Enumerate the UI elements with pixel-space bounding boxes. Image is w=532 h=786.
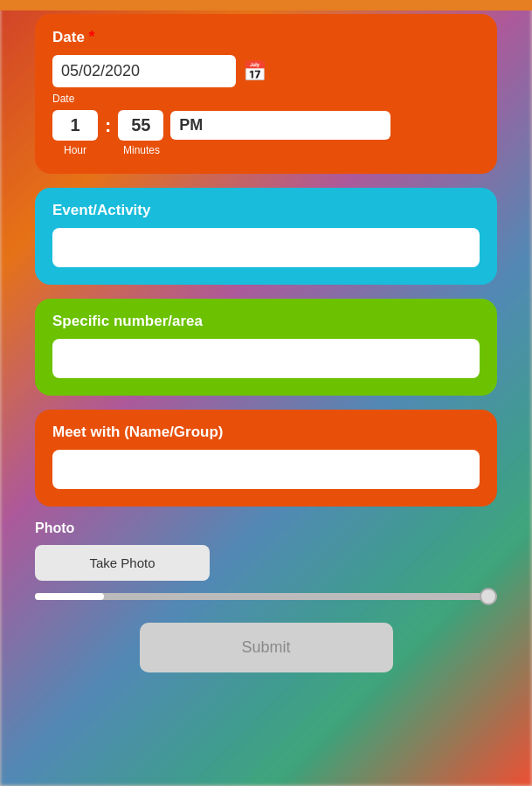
specific-card-label: Specific number/area: [52, 313, 480, 330]
page-content: Date * 📅 Date : Hour Minutes Event/Activ…: [0, 0, 532, 786]
date-card: Date * 📅 Date : Hour Minutes: [35, 14, 497, 174]
date-label-text: Date: [52, 29, 85, 45]
date-card-label: Date *: [52, 28, 480, 46]
top-strip: [0, 0, 532, 10]
time-colon: :: [105, 114, 111, 137]
minutes-label: Minutes: [119, 144, 164, 156]
hour-label: Hour: [52, 144, 98, 156]
submit-section: Submit: [35, 623, 497, 672]
progress-bar[interactable]: [35, 593, 497, 600]
ampm-input[interactable]: [170, 111, 390, 140]
calendar-icon[interactable]: 📅: [243, 60, 266, 83]
photo-label: Photo: [35, 521, 497, 536]
date-input[interactable]: [52, 55, 236, 87]
progress-thumb: [480, 588, 497, 605]
meet-card: Meet with (Name/Group): [35, 410, 497, 507]
required-star: *: [89, 28, 95, 45]
meet-input[interactable]: [52, 450, 480, 489]
time-row: :: [52, 110, 480, 141]
photo-section: Photo Take Photo: [35, 521, 497, 600]
specific-input[interactable]: [52, 339, 480, 378]
submit-button[interactable]: Submit: [140, 623, 393, 672]
time-labels: Hour Minutes: [52, 144, 480, 156]
take-photo-button[interactable]: Take Photo: [35, 545, 210, 581]
event-card-label: Event/Activity: [52, 202, 480, 219]
minutes-input[interactable]: [118, 110, 163, 141]
event-input[interactable]: [52, 228, 480, 267]
date-sub-label: Date: [52, 93, 480, 105]
specific-card: Specific number/area: [35, 299, 497, 396]
meet-card-label: Meet with (Name/Group): [52, 424, 480, 441]
event-card: Event/Activity: [35, 188, 497, 285]
hour-input[interactable]: [52, 110, 98, 141]
date-row: 📅: [52, 55, 480, 87]
progress-bar-fill: [35, 593, 104, 600]
